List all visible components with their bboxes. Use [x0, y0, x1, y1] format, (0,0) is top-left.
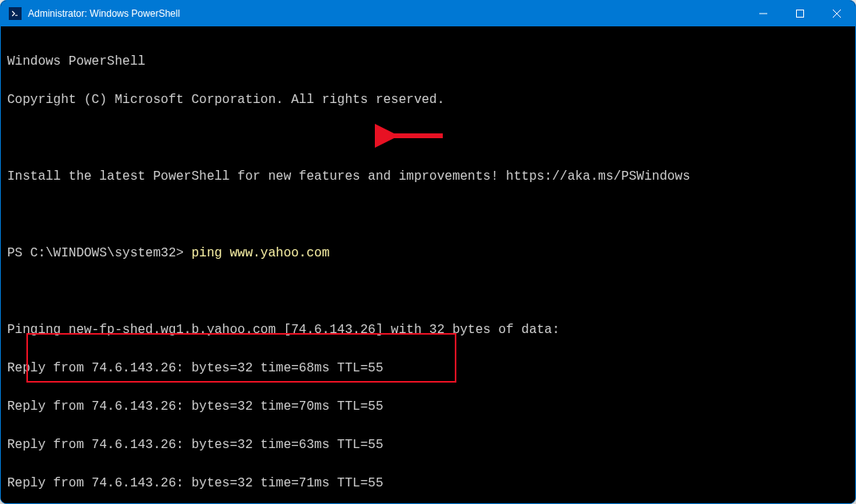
window-title: Administrator: Windows PowerShell [28, 8, 180, 19]
titlebar[interactable]: Administrator: Windows PowerShell [1, 1, 855, 26]
terminal-line: Copyright (C) Microsoft Corporation. All… [7, 90, 852, 109]
maximize-button[interactable] [782, 1, 818, 26]
terminal-line [7, 129, 852, 148]
powershell-window: Administrator: Windows PowerShell Window… [0, 0, 856, 504]
powershell-icon [9, 7, 22, 20]
prompt-line: PS C:\WINDOWS\system32> ping www.yahoo.c… [7, 244, 852, 263]
terminal-line: Reply from 74.6.143.26: bytes=32 time=63… [7, 435, 852, 454]
terminal-line: Reply from 74.6.143.26: bytes=32 time=70… [7, 397, 852, 416]
terminal-line: Reply from 74.6.143.26: bytes=32 time=68… [7, 359, 852, 378]
minimize-button[interactable] [745, 1, 782, 26]
terminal-line: Install the latest PowerShell for new fe… [7, 167, 852, 186]
ping-command: ping www.yahoo.com [191, 246, 329, 260]
terminal-line: Windows PowerShell [7, 52, 852, 71]
window-controls [745, 1, 855, 26]
terminal-line: Reply from 74.6.143.26: bytes=32 time=71… [7, 474, 852, 493]
terminal-area[interactable]: Windows PowerShell Copyright (C) Microso… [1, 26, 855, 503]
prompt-prefix: PS C:\WINDOWS\system32> [7, 246, 191, 260]
terminal-line [7, 205, 852, 224]
terminal-line [7, 282, 852, 301]
terminal-line: Pinging new-fp-shed.wg1.b.yahoo.com [74.… [7, 320, 852, 339]
svg-rect-3 [797, 10, 804, 18]
close-button[interactable] [818, 1, 855, 26]
